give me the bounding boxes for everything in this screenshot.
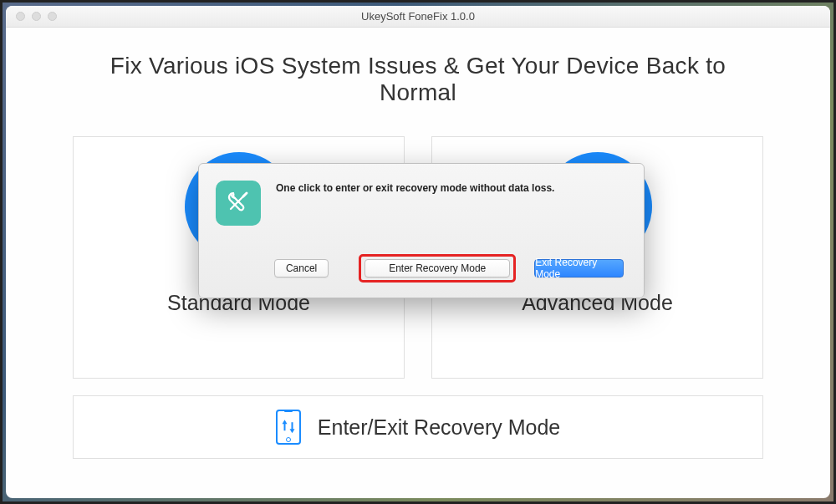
svg-line-1 <box>243 193 247 196</box>
dialog-buttons: Cancel Enter Recovery Mode Exit Recovery… <box>274 254 624 283</box>
svg-line-2 <box>231 206 234 209</box>
tools-icon <box>216 181 261 226</box>
dialog-body: One click to enter or exit recovery mode… <box>216 181 624 226</box>
close-window-button[interactable] <box>16 12 25 21</box>
recovery-mode-dialog: One click to enter or exit recovery mode… <box>198 163 645 298</box>
phone-recovery-icon <box>276 410 303 445</box>
enter-recovery-mode-button[interactable]: Enter Recovery Mode <box>364 259 510 277</box>
enter-recovery-highlight: Enter Recovery Mode <box>359 254 516 283</box>
recovery-bar-label: Enter/Exit Recovery Mode <box>318 415 560 440</box>
titlebar: UkeySoft FoneFix 1.0.0 <box>6 6 830 28</box>
traffic-lights <box>6 12 57 21</box>
minimize-window-button[interactable] <box>32 12 41 21</box>
maximize-window-button[interactable] <box>48 12 57 21</box>
exit-recovery-mode-button[interactable]: Exit Recovery Mode <box>534 259 624 277</box>
dialog-text: One click to enter or exit recovery mode… <box>276 181 624 194</box>
dialog-title: One click to enter or exit recovery mode… <box>276 182 624 194</box>
recovery-mode-bar[interactable]: Enter/Exit Recovery Mode <box>73 395 763 459</box>
page-title: Fix Various iOS System Issues & Get Your… <box>73 53 763 106</box>
window-title: UkeySoft FoneFix 1.0.0 <box>6 10 830 23</box>
cancel-button[interactable]: Cancel <box>274 259 329 277</box>
